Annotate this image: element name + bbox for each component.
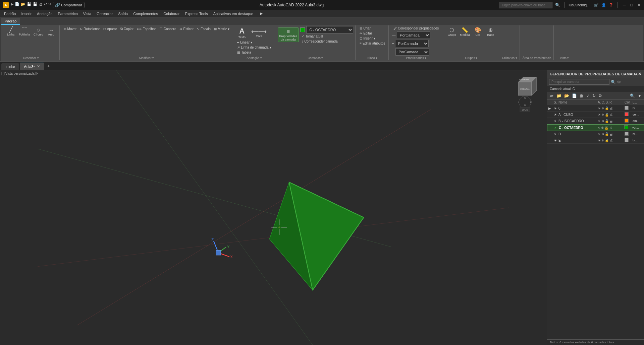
layer-on-icon[interactable]: ☀ — [598, 107, 601, 110]
menu-apps[interactable]: Aplicativos em destaque — [211, 11, 256, 16]
layer-row[interactable]: ☀ E ☀ ❄ 🔓 🖨 br... — [547, 137, 644, 144]
layer-expand-icon[interactable]: ≫ — [548, 93, 555, 98]
tool-editar-atributos[interactable]: ≡ Editar atributos — [358, 41, 386, 46]
tab-iniciar[interactable]: Iniciar — [1, 63, 19, 70]
tab-padrao[interactable]: Padrão — [1, 18, 20, 25]
menu-inserir[interactable]: Inserir — [18, 11, 34, 16]
tool-tabela[interactable]: ▦ Tabela — [236, 50, 252, 55]
tool-matriz[interactable]: ⊞ Matriz ▾ — [213, 27, 231, 31]
save-btn[interactable]: 💾 — [27, 2, 32, 8]
tool-linha[interactable]: ╱ Linha — [5, 26, 17, 37]
navigation-cube[interactable]: SUPERIOR FRONTAL S N L R WCS — [506, 74, 540, 111]
open-btn[interactable]: 📂 — [21, 2, 25, 8]
tool-circulo[interactable]: ○ Círculo — [32, 26, 45, 37]
color-select[interactable]: PorCamada — [397, 31, 430, 39]
layer-new-icon[interactable]: 📁 — [555, 93, 562, 98]
tool-tornar-atual[interactable]: ✓ Tornar atual — [300, 34, 353, 39]
layer-del-icon[interactable]: 🗑 — [579, 93, 585, 98]
tool-inserir[interactable]: ⊡ Inserir ▾ — [358, 36, 377, 41]
search-input[interactable] — [499, 2, 552, 8]
close-button[interactable]: ✕ — [637, 3, 641, 7]
layer-ref-icon[interactable]: ↻ — [591, 93, 597, 98]
tool-arco[interactable]: ⌢ Arco — [45, 26, 57, 37]
new-tab-button[interactable]: + — [45, 62, 53, 70]
layer-current-icon[interactable]: ✓ — [585, 93, 591, 98]
share-btn[interactable]: 🔗 Compartilhar — [53, 2, 85, 8]
layer-new3-icon[interactable]: 📄 — [571, 93, 578, 98]
new-btn[interactable]: 📄 — [15, 2, 19, 8]
layer-color-swatch[interactable] — [625, 132, 629, 136]
layer-row-active[interactable]: ✓ C - OCTAEDRO ☀ ❄ 🔓 🖨 ver... — [547, 124, 644, 131]
tool-polilinha[interactable]: ⌒ Polilinha — [17, 26, 32, 37]
menu-gerenciar[interactable]: Gerenciar — [94, 11, 115, 16]
layer-row[interactable]: ☀ D ☀ ❄ 🔓 🖨 br... — [547, 131, 644, 137]
save-as-btn[interactable]: 💾 — [33, 2, 38, 8]
layer-settings2-icon[interactable]: ⚙ — [597, 93, 603, 98]
layer-row[interactable]: ☀ A - CUBO ☀ ❄ 🔓 🖨 ver... — [547, 112, 644, 118]
tool-texto[interactable]: A Texto — [236, 26, 248, 40]
layer-search-input[interactable] — [549, 79, 609, 85]
tool-editar[interactable]: ✏ Editar — [358, 31, 373, 36]
tool-escala[interactable]: ⤡ Escala — [196, 27, 212, 31]
layer-freeze-icon[interactable]: ❄ — [601, 107, 604, 110]
tab-aula3[interactable]: Aula3* ✕ — [20, 63, 44, 70]
layer-search-icon[interactable]: 🔍 — [611, 80, 616, 84]
close-tab-icon[interactable]: ✕ — [37, 64, 40, 69]
undo-btn[interactable]: ↩ — [44, 2, 47, 8]
tool-aparar[interactable]: ✂ Aparar — [102, 27, 118, 31]
layer-lock-icon[interactable]: 🔓 — [605, 107, 609, 110]
menu-vista[interactable]: Vista — [80, 11, 94, 16]
tool-cor[interactable]: 🎨 Cor — [472, 26, 484, 37]
tool-corresponder-camada[interactable]: ↕ Corresponder camada — [300, 39, 353, 44]
tool-cota[interactable]: ⟵⟶ Cota — [250, 27, 268, 39]
menu-parametrico[interactable]: Paramétrico — [55, 11, 80, 16]
tool-corresponder-prop[interactable]: 🖊 Corresponder propriedades — [392, 26, 440, 30]
print-btn[interactable]: 🖨 — [39, 2, 43, 8]
tool-propriedades-camada[interactable]: ≡ Propriedadesda camada — [278, 27, 299, 42]
cart-icon[interactable]: 🛒 — [594, 3, 599, 7]
layer-color-swatch[interactable] — [625, 112, 629, 116]
layer-color-swatch[interactable] — [624, 125, 628, 129]
menu-colaborar[interactable]: Colaborar — [161, 11, 182, 16]
tool-esticar[interactable]: ⇔ Esticar — [178, 27, 195, 31]
tool-criar[interactable]: ⊞ Criar — [358, 26, 372, 30]
redo-btn[interactable]: ↪ — [48, 2, 51, 8]
menu-complementos[interactable]: Complementos — [130, 11, 161, 16]
tool-linha-chamada[interactable]: ↗ Linha de chamada ▾ — [236, 45, 272, 50]
linetype-select[interactable]: PorCamada — [395, 40, 429, 47]
minimize-button[interactable]: ─ — [622, 3, 627, 7]
panel-close-icon[interactable]: ✕ — [638, 72, 641, 76]
user-menu[interactable]: luis99henriqu... — [569, 3, 591, 7]
tool-base[interactable]: ⊕ Base — [485, 26, 497, 37]
maximize-button[interactable]: □ — [629, 3, 634, 7]
layer-color-swatch[interactable] — [625, 106, 629, 110]
menu-anotacao[interactable]: Anotação — [34, 11, 55, 16]
layer-search2-icon[interactable]: 🔍 — [629, 93, 636, 98]
menu-padrao[interactable]: Padrão — [1, 11, 18, 16]
help-icon[interactable]: ❓ — [609, 3, 613, 7]
tool-medida[interactable]: 📏 Medida — [459, 26, 471, 37]
current-layer-select[interactable]: C - OCTAEDRO — [306, 26, 353, 33]
quick-access-btn[interactable]: ▶ — [11, 2, 13, 8]
menu-saida[interactable]: Saída — [115, 11, 130, 16]
user-icon[interactable]: 👤 — [601, 3, 606, 7]
tool-grupo[interactable]: ⬡ Grupo — [446, 26, 458, 37]
tool-espelhar[interactable]: ⟺ Espelhar — [136, 27, 157, 31]
tool-rotacionar[interactable]: ↻ Rotacionar — [78, 27, 101, 31]
layer-plot-icon[interactable]: 🖨 — [609, 107, 613, 110]
tool-concord[interactable]: ⌒ Concord — [158, 26, 178, 31]
viewport[interactable]: [-][Vista personalizada][Raio X] — [0, 70, 547, 345]
lineweight-select[interactable]: PorCamada — [395, 48, 429, 56]
layer-new2-icon[interactable]: 📂 — [563, 93, 570, 98]
layer-color-swatch[interactable] — [625, 119, 629, 123]
menu-extra[interactable]: ▶ — [257, 11, 265, 16]
menu-express[interactable]: Express Tools — [182, 11, 210, 16]
layer-row[interactable]: ☀ B - ISOCAEDRO ☀ ❄ 🔓 🖨 am... — [547, 118, 644, 124]
layer-filter-icon[interactable]: ▼ — [637, 93, 643, 98]
layer-row[interactable]: ▶ ☀ 0 ☀ ❄ 🔓 🖨 br... — [547, 105, 644, 112]
tool-linear[interactable]: ━ Linear ▾ — [236, 40, 254, 45]
layer-settings-icon[interactable]: ⚙ — [617, 80, 621, 84]
tool-mover[interactable]: ⊕ Mover — [62, 27, 78, 31]
tool-copiar[interactable]: ⧉ Copiar — [119, 26, 135, 31]
layer-color-swatch[interactable] — [625, 138, 629, 142]
